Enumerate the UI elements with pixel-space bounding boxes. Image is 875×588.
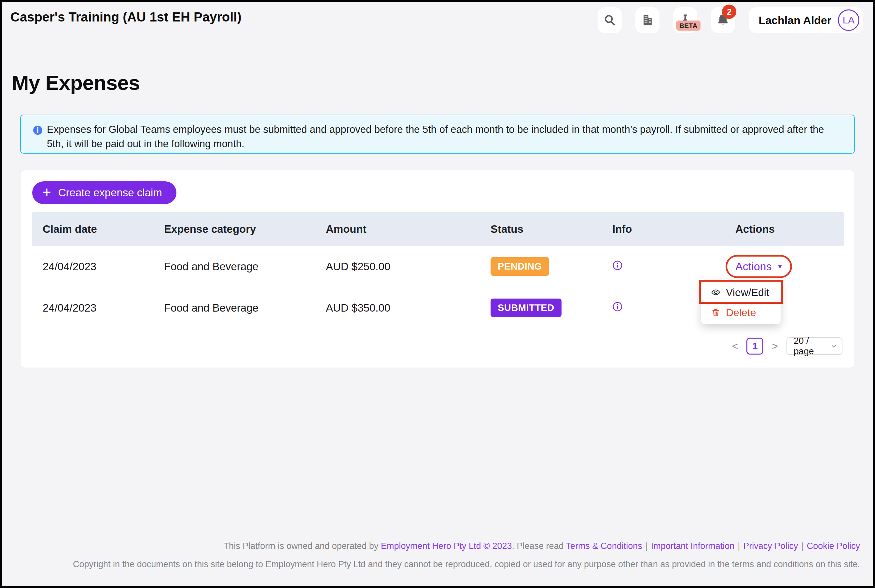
notifications-button[interactable]: 2: [711, 7, 735, 33]
footer-separator: |: [738, 541, 740, 551]
search-button[interactable]: [598, 7, 622, 33]
user-menu[interactable]: Lachlan Alder LA: [749, 7, 863, 33]
column-header-claim-date: Claim date: [32, 223, 153, 236]
notification-count-badge: 2: [722, 4, 736, 19]
info-circle-icon: [612, 260, 623, 270]
actions-dropdown-menu: View/Edit Delete: [701, 281, 781, 324]
footer-company-link[interactable]: Employment Hero Pty Ltd © 2023: [381, 541, 512, 551]
topbar-actions: BETA 2 Lachlan Alder LA: [598, 7, 863, 33]
cell-amount: AUD $250.00: [315, 261, 480, 273]
page-title: My Expenses: [12, 71, 140, 94]
footer-privacy-link[interactable]: Privacy Policy: [743, 541, 798, 551]
cell-claim-date: 24/04/2023: [32, 261, 153, 273]
column-header-status: Status: [480, 223, 602, 236]
previous-page-button[interactable]: <: [730, 340, 740, 352]
actions-label: Actions: [735, 260, 772, 273]
chevron-down-icon: [830, 343, 837, 349]
column-header-expense-category: Expense category: [153, 223, 315, 236]
info-banner-text: Expenses for Global Teams employees must…: [47, 122, 841, 151]
cell-amount: AUD $350.00: [315, 302, 480, 314]
app-title: Casper's Training (AU 1st EH Payroll): [10, 10, 241, 24]
plus-icon: +: [43, 185, 51, 199]
create-expense-claim-button[interactable]: + Create expense claim: [32, 182, 177, 204]
current-page-button[interactable]: 1: [746, 338, 763, 354]
avatar: LA: [838, 9, 859, 31]
pagination: < 1 > 20 / page: [730, 337, 842, 355]
cell-expense-category: Food and Beverage: [153, 261, 315, 273]
cell-expense-category: Food and Beverage: [153, 302, 315, 314]
actions-dropdown-trigger[interactable]: Actions ▼: [735, 260, 783, 273]
cell-status: PENDING: [480, 257, 602, 276]
menu-item-label: Delete: [726, 307, 756, 319]
beta-features-button[interactable]: BETA: [673, 7, 697, 33]
footer-important-info-link[interactable]: Important Information: [651, 541, 735, 551]
trash-icon: [711, 308, 721, 318]
footer-cookie-link[interactable]: Cookie Policy: [807, 541, 860, 551]
cell-actions: Actions ▼: [725, 260, 844, 273]
organisation-button[interactable]: [635, 7, 659, 33]
info-circle-icon: [612, 302, 623, 312]
status-badge: SUBMITTED: [491, 298, 562, 317]
next-page-button[interactable]: >: [770, 340, 780, 352]
eye-icon: [711, 288, 721, 297]
search-icon: [602, 13, 617, 27]
column-header-amount: Amount: [315, 223, 480, 236]
footer-copyright-line: Copyright in the documents on this site …: [13, 560, 860, 570]
create-expense-claim-label: Create expense claim: [58, 186, 162, 199]
footer-separator: |: [801, 541, 803, 551]
page-size-value: 20 / page: [794, 336, 830, 357]
menu-item-view-edit[interactable]: View/Edit: [701, 282, 781, 303]
cell-status: SUBMITTED: [480, 298, 602, 317]
page-size-select[interactable]: 20 / page: [787, 337, 842, 355]
column-header-info: Info: [602, 223, 725, 236]
cell-info: [602, 260, 725, 273]
column-header-actions: Actions: [725, 223, 844, 236]
info-icon: [33, 125, 43, 135]
footer-legal-line: This Platform is owned and operated by E…: [13, 541, 860, 551]
info-banner: Expenses for Global Teams employees must…: [20, 115, 855, 154]
footer-please-read: . Please read: [512, 541, 566, 551]
expenses-card: + Create expense claim Claim date Expens…: [20, 170, 855, 368]
row-info-button[interactable]: [612, 302, 623, 312]
footer-terms-link[interactable]: Terms & Conditions: [566, 541, 642, 551]
cell-claim-date: 24/04/2023: [32, 302, 153, 314]
status-badge: PENDING: [491, 257, 549, 276]
app-window: Casper's Training (AU 1st EH Payroll): [0, 0, 875, 588]
building-icon: [640, 13, 655, 27]
table-header: Claim date Expense category Amount Statu…: [32, 212, 844, 246]
beta-badge: BETA: [676, 21, 701, 31]
menu-item-delete[interactable]: Delete: [701, 303, 781, 322]
footer-owned-text: This Platform is owned and operated by: [224, 541, 381, 551]
user-name: Lachlan Alder: [758, 14, 832, 27]
chevron-down-icon: ▼: [777, 263, 783, 270]
row-info-button[interactable]: [612, 260, 623, 270]
menu-item-label: View/Edit: [726, 286, 769, 298]
footer-separator: |: [646, 541, 648, 551]
